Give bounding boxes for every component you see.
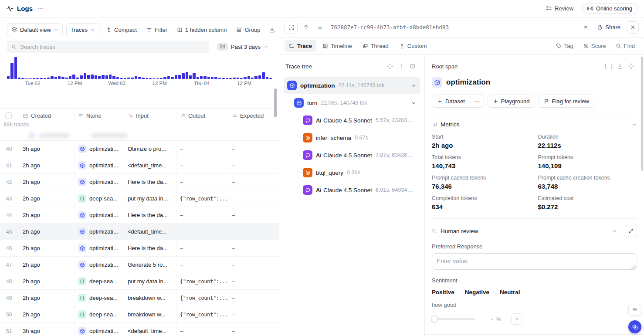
histogram-bar[interactable] <box>182 73 184 79</box>
histogram-bar[interactable] <box>65 78 68 79</box>
histogram-bar[interactable] <box>72 75 75 79</box>
trace-tree-node[interactable]: A\Claude 4.5 Sonnet7.87s, 63426 tok <box>284 146 420 164</box>
histogram-bar[interactable] <box>10 63 13 79</box>
histogram-bar[interactable] <box>251 78 254 79</box>
trace-volume-histogram[interactable]: Tue 0212 PMWed 0312 PMThu 0412 PM <box>7 57 272 87</box>
filter-button[interactable]: Filter <box>143 23 170 36</box>
table-row[interactable]: 403h agooptimizati...Otimize o pro...–– <box>0 141 279 157</box>
assistant-fab[interactable] <box>628 320 641 333</box>
view-selector[interactable]: Default view <box>7 23 63 36</box>
tree-menu-button[interactable] <box>396 61 407 71</box>
sentiment-option-neutral[interactable]: Neutral <box>500 289 520 295</box>
histogram-bar[interactable] <box>58 76 61 79</box>
histogram-bar[interactable] <box>116 77 119 79</box>
column-header-expected[interactable]: Expected <box>228 109 279 120</box>
time-range-selector[interactable]: 3d Past 3 days <box>214 41 272 53</box>
share-button[interactable]: Share <box>593 22 624 33</box>
histogram-bar[interactable] <box>91 75 93 79</box>
histogram-bar[interactable] <box>14 57 17 79</box>
histogram-bar[interactable] <box>146 78 148 79</box>
histogram-bar[interactable] <box>203 76 206 79</box>
histogram-bar[interactable] <box>266 77 268 79</box>
histogram-bar[interactable] <box>61 77 64 79</box>
dataset-more-button[interactable]: ⋯ <box>470 95 484 108</box>
table-row[interactable]: 432h ago()deep-sea...put my data in...{"… <box>0 190 279 207</box>
chevron-down-icon[interactable] <box>411 83 417 88</box>
histogram-bar[interactable] <box>54 77 57 79</box>
histogram-bar[interactable] <box>262 72 264 79</box>
chevron-down-icon[interactable] <box>411 100 417 106</box>
histogram-bar[interactable] <box>156 78 159 79</box>
histogram-bar[interactable] <box>7 76 10 79</box>
histogram-bar[interactable] <box>171 77 173 79</box>
search-input[interactable] <box>20 44 204 50</box>
tab-trace[interactable]: Trace <box>285 40 316 52</box>
histogram-bar[interactable] <box>258 75 261 79</box>
histogram-bar[interactable] <box>102 75 104 79</box>
histogram-bar[interactable] <box>80 75 82 79</box>
table-row[interactable]: 462h agooptimizati...Here is the da...–– <box>0 240 279 257</box>
tab-timeline[interactable]: Timeline <box>318 40 356 52</box>
histogram-bar[interactable] <box>240 78 243 79</box>
open-in-playground-button[interactable]: Playground <box>488 95 535 108</box>
table-row[interactable]: 452h agooptimizati...<default_time...–– <box>0 224 279 240</box>
histogram-bar[interactable] <box>211 77 214 79</box>
trace-tree-node[interactable]: optimization22.11s, 140743 tok <box>284 77 420 94</box>
search-traces-box[interactable] <box>7 41 209 53</box>
trace-tree-node[interactable]: infer_schema0.67s <box>284 129 420 146</box>
compact-toggle[interactable]: Compact <box>103 23 140 36</box>
table-row[interactable]: 482h ago()deep-sea...put my data in...{"… <box>0 273 279 290</box>
metrics-section-header[interactable]: Metrics <box>432 121 637 128</box>
histogram-bar[interactable] <box>131 78 133 79</box>
table-row[interactable]: 442h agooptimizati...Here is the da...–– <box>0 207 279 224</box>
table-row[interactable]: 422h agooptimizati...Here is the da...–– <box>0 174 279 190</box>
histogram-bar[interactable] <box>160 78 163 79</box>
histogram-bar[interactable] <box>51 76 53 79</box>
score-button[interactable]: Score <box>579 40 610 52</box>
histogram-bar[interactable] <box>233 78 235 79</box>
left-scrollbar-thumb[interactable] <box>274 88 277 117</box>
histogram-bar[interactable] <box>229 78 232 79</box>
histogram-bar[interactable] <box>18 78 20 79</box>
histogram-bar[interactable] <box>153 78 155 79</box>
traces-mode-selector[interactable]: Traces <box>66 23 99 36</box>
next-trace-button[interactable] <box>314 22 325 33</box>
column-header-created[interactable]: Created <box>19 109 75 120</box>
comment-menu-button[interactable] <box>628 304 641 316</box>
histogram-bar[interactable] <box>44 78 46 79</box>
histogram-bar[interactable] <box>254 76 257 79</box>
find-button[interactable]: Find <box>612 40 639 52</box>
histogram-bar[interactable] <box>189 75 192 79</box>
trace-tree-node[interactable]: A\Claude 4.5 Sonnet6.01s, 64034 tok <box>284 181 420 199</box>
clear-score-button[interactable] <box>511 313 522 325</box>
histogram-bar[interactable] <box>36 78 39 79</box>
review-button[interactable]: Review <box>541 3 578 14</box>
histogram-bar[interactable] <box>226 78 228 79</box>
histogram-bar[interactable] <box>244 77 246 79</box>
histogram-bar[interactable] <box>167 76 170 79</box>
close-panel-button[interactable] <box>627 21 639 34</box>
histogram-bar[interactable] <box>193 73 195 79</box>
export-button[interactable] <box>267 23 277 36</box>
move-span-button[interactable] <box>626 61 637 71</box>
trace-tree-node[interactable]: turn22.06s, 140743 tok <box>284 94 420 112</box>
trace-tree-node[interactable]: A\Claude 4.5 Sonnet5.57s, 13283 tok <box>284 112 420 129</box>
preferred-response-input[interactable] <box>432 253 637 270</box>
histogram-bar[interactable] <box>247 76 250 79</box>
histogram-bar[interactable] <box>175 75 177 79</box>
expand-review-button[interactable] <box>625 225 637 237</box>
histogram-bar[interactable] <box>269 78 272 79</box>
histogram-bar[interactable] <box>207 77 210 79</box>
prev-trace-button[interactable] <box>300 22 312 33</box>
table-row[interactable]: 412h agooptimizati...<default_time...–– <box>0 157 279 174</box>
histogram-bar[interactable] <box>214 77 217 79</box>
flag-for-review-button[interactable]: Flag for review <box>539 95 594 108</box>
histogram-bar[interactable] <box>149 78 152 79</box>
histogram-bar[interactable] <box>69 76 71 79</box>
expand-collapse-all-button[interactable] <box>384 61 396 71</box>
table-row[interactable]: 502h ago()deep-sea...breakdown w...{"row… <box>0 306 279 323</box>
histogram-bar[interactable] <box>237 78 239 79</box>
column-header-name[interactable]: Name <box>75 109 124 120</box>
table-row[interactable]: 492h ago()deep-sea...breakdown w...{"row… <box>0 290 279 306</box>
histogram-bar[interactable] <box>33 78 35 79</box>
